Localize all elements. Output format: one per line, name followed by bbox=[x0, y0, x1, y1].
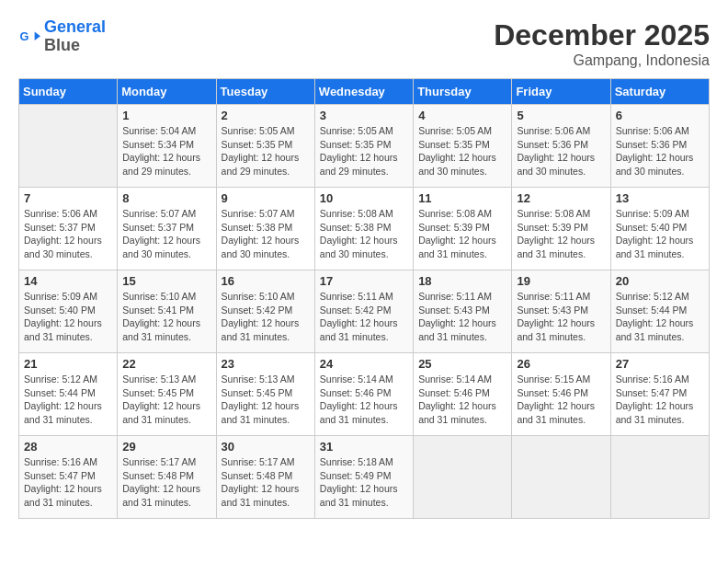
day-info: Sunrise: 5:11 AMSunset: 5:42 PMDaylight:… bbox=[320, 290, 408, 344]
calendar-cell: 12Sunrise: 5:08 AMSunset: 5:39 PMDayligh… bbox=[512, 188, 610, 270]
day-info: Sunrise: 5:11 AMSunset: 5:43 PMDaylight:… bbox=[418, 290, 506, 344]
day-header-saturday: Saturday bbox=[610, 79, 709, 105]
calendar-cell: 8Sunrise: 5:07 AMSunset: 5:37 PMDaylight… bbox=[118, 188, 216, 270]
title-block: December 2025 Gampang, Indonesia bbox=[494, 18, 710, 69]
calendar-title: December 2025 bbox=[494, 18, 710, 52]
day-number: 19 bbox=[517, 274, 605, 288]
calendar-cell: 19Sunrise: 5:11 AMSunset: 5:43 PMDayligh… bbox=[512, 270, 610, 353]
day-number: 4 bbox=[418, 109, 506, 122]
page-header: G General Blue December 2025 Gampang, In… bbox=[18, 18, 710, 69]
day-number: 29 bbox=[122, 440, 210, 454]
day-info: Sunrise: 5:10 AMSunset: 5:42 PMDaylight:… bbox=[222, 290, 310, 344]
calendar-cell bbox=[414, 436, 512, 519]
day-info: Sunrise: 5:15 AMSunset: 5:46 PMDaylight:… bbox=[517, 373, 605, 427]
calendar-cell: 13Sunrise: 5:09 AMSunset: 5:40 PMDayligh… bbox=[610, 188, 709, 270]
day-number: 13 bbox=[616, 191, 704, 205]
day-number: 26 bbox=[517, 357, 605, 371]
day-info: Sunrise: 5:14 AMSunset: 5:46 PMDaylight:… bbox=[418, 373, 506, 427]
calendar-cell bbox=[512, 436, 610, 519]
day-info: Sunrise: 5:16 AMSunset: 5:47 PMDaylight:… bbox=[24, 455, 112, 510]
calendar-subtitle: Gampang, Indonesia bbox=[494, 52, 710, 69]
calendar-cell: 15Sunrise: 5:10 AMSunset: 5:41 PMDayligh… bbox=[118, 270, 216, 353]
calendar-cell: 4Sunrise: 5:05 AMSunset: 5:35 PMDaylight… bbox=[414, 105, 512, 188]
header-row: SundayMondayTuesdayWednesdayThursdayFrid… bbox=[19, 79, 710, 105]
calendar-week-1: 1Sunrise: 5:04 AMSunset: 5:34 PMDaylight… bbox=[19, 105, 710, 188]
calendar-cell: 11Sunrise: 5:08 AMSunset: 5:39 PMDayligh… bbox=[414, 188, 512, 270]
day-number: 21 bbox=[24, 357, 112, 371]
calendar-week-3: 14Sunrise: 5:09 AMSunset: 5:40 PMDayligh… bbox=[19, 270, 710, 353]
day-info: Sunrise: 5:06 AMSunset: 5:36 PMDaylight:… bbox=[616, 124, 704, 178]
day-header-friday: Friday bbox=[512, 79, 610, 105]
calendar-cell: 16Sunrise: 5:10 AMSunset: 5:42 PMDayligh… bbox=[216, 270, 314, 353]
calendar-cell: 9Sunrise: 5:07 AMSunset: 5:38 PMDaylight… bbox=[216, 188, 314, 270]
logo: G General Blue bbox=[18, 18, 106, 55]
calendar-cell: 1Sunrise: 5:04 AMSunset: 5:34 PMDaylight… bbox=[118, 105, 216, 188]
calendar-cell: 24Sunrise: 5:14 AMSunset: 5:46 PMDayligh… bbox=[314, 353, 413, 436]
calendar-cell bbox=[19, 105, 118, 188]
day-number: 16 bbox=[222, 274, 310, 288]
day-number: 3 bbox=[320, 109, 408, 122]
calendar-cell bbox=[610, 436, 709, 519]
day-info: Sunrise: 5:12 AMSunset: 5:44 PMDaylight:… bbox=[24, 373, 112, 427]
day-info: Sunrise: 5:05 AMSunset: 5:35 PMDaylight:… bbox=[418, 124, 506, 178]
day-info: Sunrise: 5:11 AMSunset: 5:43 PMDaylight:… bbox=[517, 290, 605, 344]
day-info: Sunrise: 5:08 AMSunset: 5:38 PMDaylight:… bbox=[320, 207, 408, 261]
svg-text:G: G bbox=[20, 29, 29, 43]
logo-icon: G bbox=[18, 26, 40, 48]
calendar-cell: 27Sunrise: 5:16 AMSunset: 5:47 PMDayligh… bbox=[610, 353, 709, 436]
calendar-cell: 18Sunrise: 5:11 AMSunset: 5:43 PMDayligh… bbox=[414, 270, 512, 353]
calendar-cell: 25Sunrise: 5:14 AMSunset: 5:46 PMDayligh… bbox=[414, 353, 512, 436]
calendar-table: SundayMondayTuesdayWednesdayThursdayFrid… bbox=[18, 78, 710, 519]
calendar-cell: 3Sunrise: 5:05 AMSunset: 5:35 PMDaylight… bbox=[314, 105, 413, 188]
day-number: 8 bbox=[122, 191, 210, 205]
day-number: 17 bbox=[320, 274, 408, 288]
day-number: 6 bbox=[616, 109, 704, 122]
calendar-cell: 28Sunrise: 5:16 AMSunset: 5:47 PMDayligh… bbox=[19, 436, 118, 519]
logo-text: General Blue bbox=[44, 18, 106, 55]
day-number: 18 bbox=[418, 274, 506, 288]
calendar-cell: 20Sunrise: 5:12 AMSunset: 5:44 PMDayligh… bbox=[610, 270, 709, 353]
day-number: 14 bbox=[24, 274, 112, 288]
calendar-cell: 2Sunrise: 5:05 AMSunset: 5:35 PMDaylight… bbox=[216, 105, 314, 188]
day-info: Sunrise: 5:13 AMSunset: 5:45 PMDaylight:… bbox=[222, 373, 310, 427]
day-number: 5 bbox=[517, 109, 605, 122]
day-info: Sunrise: 5:04 AMSunset: 5:34 PMDaylight:… bbox=[122, 124, 210, 178]
day-number: 23 bbox=[222, 357, 310, 371]
calendar-cell: 10Sunrise: 5:08 AMSunset: 5:38 PMDayligh… bbox=[314, 188, 413, 270]
day-info: Sunrise: 5:18 AMSunset: 5:49 PMDaylight:… bbox=[320, 455, 408, 510]
calendar-cell: 29Sunrise: 5:17 AMSunset: 5:48 PMDayligh… bbox=[118, 436, 216, 519]
day-number: 12 bbox=[517, 191, 605, 205]
calendar-cell: 6Sunrise: 5:06 AMSunset: 5:36 PMDaylight… bbox=[610, 105, 709, 188]
day-header-thursday: Thursday bbox=[414, 79, 512, 105]
calendar-week-4: 21Sunrise: 5:12 AMSunset: 5:44 PMDayligh… bbox=[19, 353, 710, 436]
calendar-cell: 14Sunrise: 5:09 AMSunset: 5:40 PMDayligh… bbox=[19, 270, 118, 353]
svg-marker-1 bbox=[35, 31, 40, 40]
calendar-cell: 30Sunrise: 5:17 AMSunset: 5:48 PMDayligh… bbox=[216, 436, 314, 519]
day-number: 31 bbox=[320, 440, 408, 454]
day-info: Sunrise: 5:08 AMSunset: 5:39 PMDaylight:… bbox=[517, 207, 605, 261]
day-info: Sunrise: 5:05 AMSunset: 5:35 PMDaylight:… bbox=[222, 124, 310, 178]
day-header-tuesday: Tuesday bbox=[216, 79, 314, 105]
day-info: Sunrise: 5:13 AMSunset: 5:45 PMDaylight:… bbox=[122, 373, 210, 427]
day-number: 11 bbox=[418, 191, 506, 205]
day-info: Sunrise: 5:12 AMSunset: 5:44 PMDaylight:… bbox=[616, 290, 704, 344]
day-header-sunday: Sunday bbox=[19, 79, 118, 105]
day-number: 22 bbox=[122, 357, 210, 371]
day-info: Sunrise: 5:06 AMSunset: 5:37 PMDaylight:… bbox=[24, 207, 112, 261]
day-info: Sunrise: 5:09 AMSunset: 5:40 PMDaylight:… bbox=[616, 207, 704, 261]
calendar-cell: 26Sunrise: 5:15 AMSunset: 5:46 PMDayligh… bbox=[512, 353, 610, 436]
day-number: 15 bbox=[122, 274, 210, 288]
calendar-cell: 17Sunrise: 5:11 AMSunset: 5:42 PMDayligh… bbox=[314, 270, 413, 353]
day-number: 20 bbox=[616, 274, 704, 288]
day-number: 28 bbox=[24, 440, 112, 454]
day-number: 30 bbox=[222, 440, 310, 454]
calendar-week-2: 7Sunrise: 5:06 AMSunset: 5:37 PMDaylight… bbox=[19, 188, 710, 270]
day-info: Sunrise: 5:05 AMSunset: 5:35 PMDaylight:… bbox=[320, 124, 408, 178]
calendar-week-5: 28Sunrise: 5:16 AMSunset: 5:47 PMDayligh… bbox=[19, 436, 710, 519]
day-info: Sunrise: 5:06 AMSunset: 5:36 PMDaylight:… bbox=[517, 124, 605, 178]
day-number: 1 bbox=[122, 109, 210, 122]
day-info: Sunrise: 5:14 AMSunset: 5:46 PMDaylight:… bbox=[320, 373, 408, 427]
calendar-cell: 5Sunrise: 5:06 AMSunset: 5:36 PMDaylight… bbox=[512, 105, 610, 188]
calendar-cell: 21Sunrise: 5:12 AMSunset: 5:44 PMDayligh… bbox=[19, 353, 118, 436]
day-info: Sunrise: 5:10 AMSunset: 5:41 PMDaylight:… bbox=[122, 290, 210, 344]
